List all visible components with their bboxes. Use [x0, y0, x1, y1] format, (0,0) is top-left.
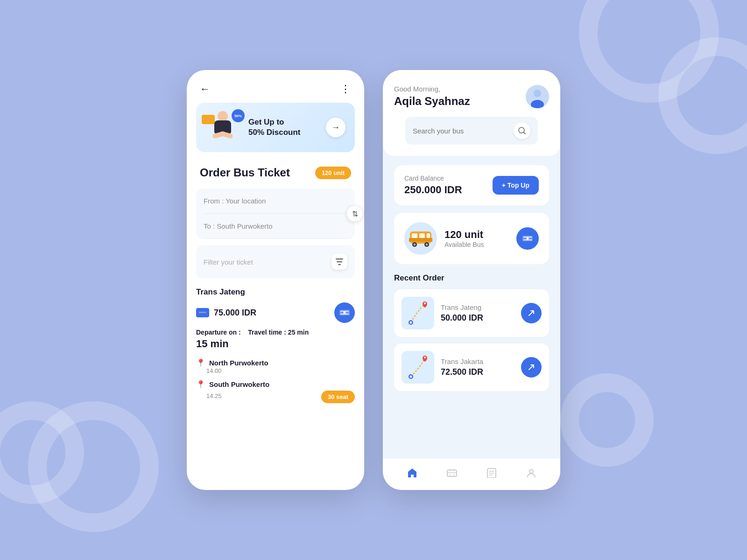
location-form-card: From : Your location To : South Purwoker…: [196, 189, 355, 239]
ticket-price: 75.000 IDR: [214, 308, 256, 318]
banner-illustration: 50%: [205, 111, 243, 144]
stop-south-time: 14.25: [196, 392, 222, 399]
to-field[interactable]: To : South Purwokerto: [204, 214, 347, 239]
order-bus-name-2: Trans Jakarta: [441, 357, 514, 365]
svg-point-5: [534, 90, 541, 97]
svg-rect-9: [412, 233, 417, 238]
header-top-row: Good Morning, Aqila Syahnaz: [394, 85, 549, 108]
svg-rect-12: [409, 238, 432, 242]
user-avatar[interactable]: [526, 85, 549, 108]
seat-badge: 30 seat: [321, 391, 355, 403]
profile-icon: [526, 468, 537, 481]
balance-label: Card Balance: [404, 175, 462, 182]
dot-red-icon: 📍: [196, 380, 205, 389]
bus-availability-card: 120 unit Available Bus: [394, 213, 549, 264]
banner-text: Get Up to 50% Discount: [248, 117, 320, 138]
stop-north: 📍 North Purwokerto: [196, 358, 355, 367]
bus-card-icon: [199, 310, 206, 315]
filter-icon-button[interactable]: [331, 254, 347, 270]
search-icon: [518, 126, 526, 135]
from-field[interactable]: From : Your location: [204, 189, 347, 214]
tickets-svg-icon: [446, 468, 458, 478]
departure-info: Departure on : Travel time : 25 min: [196, 329, 355, 336]
svg-point-3: [344, 312, 346, 314]
greeting-section: Good Morning, Aqila Syahnaz: [394, 85, 470, 108]
topup-button[interactable]: + Top Up: [493, 176, 539, 195]
home-svg-icon: [407, 468, 418, 478]
wait-time: 15 min: [196, 338, 355, 350]
svg-point-14: [414, 244, 416, 246]
profile-svg-icon: [526, 468, 537, 478]
stop-north-time: 14.00: [196, 367, 355, 374]
filter-placeholder-text: Filter your ticket: [204, 258, 253, 266]
arm-right: [219, 131, 233, 139]
bus-nav-button[interactable]: [516, 227, 539, 250]
bus-name: Trans Jateng: [196, 287, 245, 297]
bottom-nav: [383, 458, 560, 490]
ticket-button[interactable]: [334, 302, 355, 323]
ticket-section-title: Order Bus Ticket: [200, 166, 290, 179]
banner-arrow-button[interactable]: →: [326, 118, 345, 137]
nav-item-home[interactable]: [399, 466, 425, 483]
ticket-icon-2: [522, 235, 533, 242]
result-header: Trans Jateng: [196, 287, 355, 297]
svg-rect-11: [427, 233, 430, 238]
phone2-body: Card Balance 250.000 IDR + Top Up: [383, 156, 560, 458]
search-input[interactable]: [413, 127, 509, 135]
svg-point-16: [426, 244, 428, 246]
search-button[interactable]: [514, 122, 530, 139]
bus-info: 120 unit Available Bus: [444, 229, 509, 248]
stop-south: 📍 South Purwokerto: [196, 380, 355, 389]
svg-rect-19: [402, 297, 434, 329]
history-icon: [486, 468, 497, 481]
order-price-2: 72.500 IDR: [441, 367, 514, 377]
order-nav-button-2[interactable]: [521, 357, 542, 378]
phone2-header: Good Morning, Aqila Syahnaz: [383, 70, 560, 156]
order-bus-name-1: Trans Jateng: [441, 303, 514, 311]
greeting-small: Good Morning,: [394, 85, 470, 93]
order-info-2: Trans Jakarta 72.500 IDR: [441, 357, 514, 377]
price-row: 75.000 IDR: [196, 302, 355, 323]
avatar-illustration: [526, 85, 549, 108]
order-card-1[interactable]: Trans Jateng 50.000 IDR: [394, 289, 549, 337]
filter-card[interactable]: Filter your ticket: [196, 245, 355, 278]
svg-point-29: [529, 469, 533, 473]
order-nav-button-1[interactable]: [521, 303, 542, 323]
map-route-1: [402, 297, 434, 329]
svg-rect-27: [447, 470, 457, 476]
bus-icon-circle: [404, 222, 437, 255]
bus-illustration: [409, 230, 432, 247]
balance-card: Card Balance 250.000 IDR + Top Up: [394, 165, 549, 205]
phone1-frame: ← ⋮ 50%: [187, 70, 364, 490]
svg-point-25: [410, 376, 412, 378]
tickets-icon: [446, 468, 458, 481]
phone2-frame: Good Morning, Aqila Syahnaz: [383, 70, 560, 490]
banner-headline: Get Up to 50% Discount: [248, 117, 320, 138]
order-price-1: 50.000 IDR: [441, 313, 514, 323]
order-map-thumb-2: [402, 351, 434, 384]
balance-amount: 250.000 IDR: [404, 184, 462, 196]
order-card-2[interactable]: Trans Jakarta 72.500 IDR: [394, 343, 549, 391]
svg-rect-10: [419, 233, 425, 238]
svg-point-22: [424, 302, 426, 304]
discount-banner: 50% Get Up to 50% Discount →: [196, 103, 355, 152]
swap-button[interactable]: ⇅: [346, 205, 363, 222]
bg-decoration-5: [560, 373, 654, 467]
nav-item-history[interactable]: [479, 466, 505, 483]
card-icon: [196, 308, 209, 317]
stops-list: 📍 North Purwokerto 14.00 📍 South Purwoke…: [196, 356, 355, 406]
nav-item-tickets[interactable]: [439, 466, 465, 483]
bus-unit-count: 120 unit: [444, 229, 509, 241]
recent-order-title: Recent Order: [394, 273, 549, 283]
back-button[interactable]: ←: [200, 83, 210, 95]
home-icon: [407, 468, 418, 481]
nav-item-profile[interactable]: [518, 466, 544, 483]
more-menu-button[interactable]: ⋮: [340, 83, 351, 95]
bus-avail-label: Available Bus: [444, 241, 509, 248]
svg-point-18: [527, 238, 529, 240]
greeting-name: Aqila Syahnaz: [394, 95, 470, 108]
coupon-icon: [202, 115, 215, 124]
filter-icon: [336, 259, 343, 265]
order-info-1: Trans Jateng 50.000 IDR: [441, 303, 514, 323]
phones-container: ← ⋮ 50%: [187, 70, 560, 490]
